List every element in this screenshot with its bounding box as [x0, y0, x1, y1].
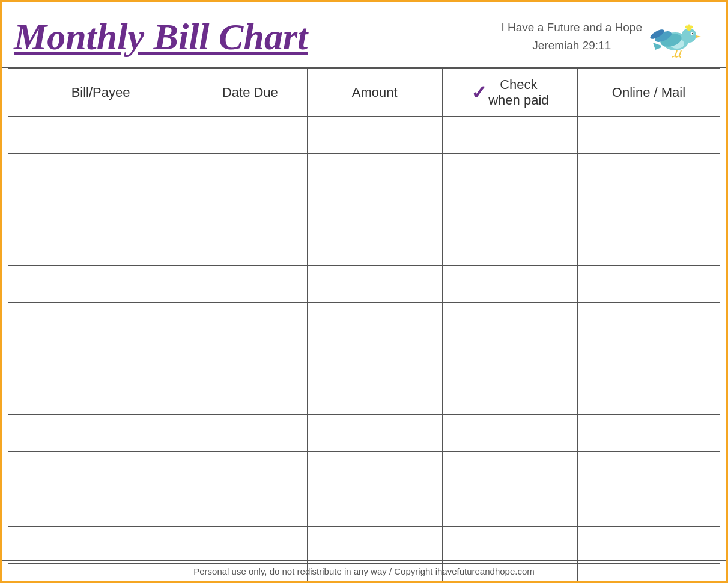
table-cell — [577, 154, 720, 191]
footer-text: Personal use only, do not redistribute i… — [193, 566, 535, 576]
table-cell — [193, 415, 308, 452]
check-label: Checkwhen paid — [488, 77, 548, 108]
table-cell — [193, 340, 308, 377]
table-cell — [577, 117, 720, 154]
table-cell — [577, 303, 720, 340]
svg-line-12 — [672, 56, 675, 57]
table-cell — [577, 377, 720, 415]
header-right: I Have a Future and a Hope Jeremiah 29:1… — [502, 13, 708, 61]
table-cell — [307, 340, 442, 377]
title-area: Monthly Bill Chart — [14, 16, 308, 57]
tagline-line2: Jeremiah 29:11 — [502, 37, 642, 55]
table-cell — [577, 191, 720, 228]
col-header-bill: Bill/Payee — [8, 69, 193, 117]
table-cell — [307, 489, 442, 527]
table-cell — [307, 154, 442, 191]
table-cell — [193, 228, 308, 266]
table-cell — [442, 303, 577, 340]
table-cell — [307, 228, 442, 266]
table-cell — [442, 154, 577, 191]
table-cell — [442, 527, 577, 564]
table-cell — [442, 340, 577, 377]
svg-point-19 — [688, 25, 691, 28]
table-row — [8, 191, 720, 228]
header-tagline: I Have a Future and a Hope Jeremiah 29:1… — [502, 19, 642, 55]
table-cell — [577, 452, 720, 489]
table-cell — [442, 452, 577, 489]
table-cell — [307, 191, 442, 228]
table-container: Bill/Payee Date Due Amount ✓ Checkwhen p… — [2, 68, 726, 583]
table-cell — [442, 117, 577, 154]
table-cell — [307, 303, 442, 340]
table-row — [8, 340, 720, 377]
table-cell — [193, 527, 308, 564]
table-cell — [577, 228, 720, 266]
svg-line-10 — [675, 50, 677, 56]
table-cell — [577, 489, 720, 527]
svg-marker-4 — [696, 35, 701, 38]
tagline-line1: I Have a Future and a Hope — [502, 19, 642, 37]
table-cell — [577, 340, 720, 377]
table-cell — [577, 266, 720, 303]
table-cell — [307, 452, 442, 489]
bird-illustration — [648, 13, 708, 61]
bird-svg — [648, 13, 708, 61]
table-cell — [307, 415, 442, 452]
table-cell — [193, 303, 308, 340]
table-cell — [193, 452, 308, 489]
check-symbol: ✓ — [471, 83, 487, 102]
table-cell — [442, 191, 577, 228]
table-cell — [8, 266, 193, 303]
table-cell — [8, 228, 193, 266]
table-row — [8, 266, 720, 303]
table-row — [8, 527, 720, 564]
col-header-date: Date Due — [193, 69, 308, 117]
table-cell — [8, 489, 193, 527]
table-body — [8, 117, 720, 584]
table-cell — [442, 377, 577, 415]
table-row — [8, 415, 720, 452]
table-cell — [8, 527, 193, 564]
table-header-row: Bill/Payee Date Due Amount ✓ Checkwhen p… — [8, 69, 720, 117]
table-cell — [193, 154, 308, 191]
svg-point-3 — [692, 33, 693, 34]
table-row — [8, 452, 720, 489]
table-cell — [8, 154, 193, 191]
svg-line-11 — [679, 50, 681, 56]
svg-marker-9 — [653, 43, 661, 50]
main-title: Monthly Bill Chart — [14, 16, 308, 57]
svg-line-13 — [675, 56, 676, 58]
table-cell — [193, 489, 308, 527]
svg-line-15 — [679, 56, 681, 58]
table-cell — [442, 228, 577, 266]
footer: Personal use only, do not redistribute i… — [2, 560, 726, 581]
table-cell — [8, 191, 193, 228]
table-cell — [8, 340, 193, 377]
table-cell — [8, 117, 193, 154]
table-cell — [442, 266, 577, 303]
table-cell — [577, 415, 720, 452]
table-cell — [307, 117, 442, 154]
table-row — [8, 154, 720, 191]
header: Monthly Bill Chart I Have a Future and a… — [2, 2, 726, 68]
table-cell — [8, 303, 193, 340]
table-cell — [442, 489, 577, 527]
table-cell — [193, 117, 308, 154]
table-cell — [8, 377, 193, 415]
svg-line-14 — [676, 56, 679, 57]
table-row — [8, 303, 720, 340]
col-header-online: Online / Mail — [577, 69, 720, 117]
table-cell — [8, 415, 193, 452]
table-row — [8, 377, 720, 415]
table-cell — [307, 377, 442, 415]
col-header-amount: Amount — [307, 69, 442, 117]
table-row — [8, 228, 720, 266]
col-header-check: ✓ Checkwhen paid — [442, 69, 577, 117]
table-cell — [193, 377, 308, 415]
bill-chart-table: Bill/Payee Date Due Amount ✓ Checkwhen p… — [8, 68, 720, 583]
table-row — [8, 117, 720, 154]
table-cell — [8, 452, 193, 489]
table-cell — [193, 266, 308, 303]
table-cell — [307, 527, 442, 564]
table-cell — [193, 191, 308, 228]
